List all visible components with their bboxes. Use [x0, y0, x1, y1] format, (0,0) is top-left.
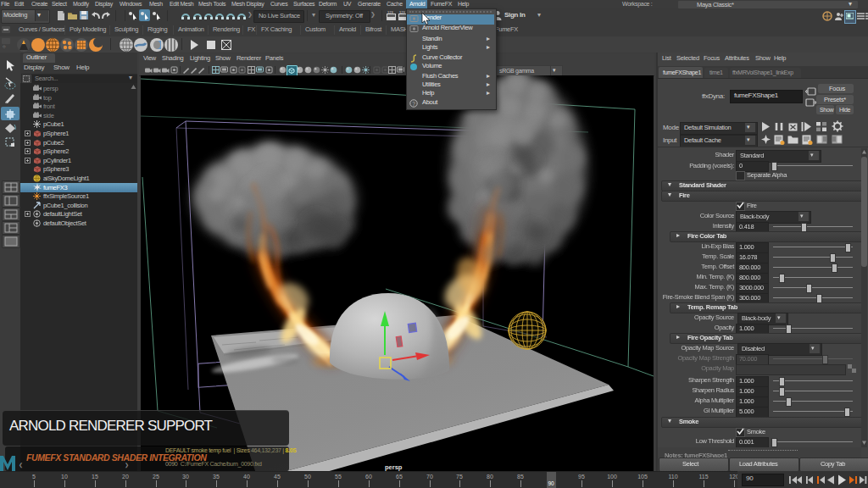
svg-text:110: 110: [668, 474, 677, 480]
svg-text:120: 120: [729, 474, 737, 480]
svg-text:123: 123: [387, 10, 393, 14]
svg-text:100: 100: [607, 474, 617, 480]
svg-text:70: 70: [426, 474, 433, 480]
svg-text:10: 10: [61, 474, 68, 480]
svg-text:90: 90: [548, 480, 554, 486]
svg-text:115: 115: [698, 474, 708, 480]
svg-text:35: 35: [213, 474, 220, 480]
svg-text:40: 40: [243, 474, 250, 480]
svg-text:85: 85: [517, 474, 524, 480]
svg-text:5: 5: [32, 474, 36, 480]
svg-text:15: 15: [92, 474, 98, 480]
svg-text:30: 30: [182, 474, 189, 480]
svg-text:123: 123: [399, 10, 405, 14]
svg-text:105: 105: [637, 474, 648, 480]
svg-text:20: 20: [122, 474, 129, 480]
svg-text:95: 95: [578, 474, 585, 480]
svg-text:55: 55: [335, 474, 342, 480]
svg-text:25: 25: [153, 474, 159, 480]
svg-text:75: 75: [456, 474, 463, 480]
svg-text:50: 50: [304, 474, 311, 480]
svg-text:?: ?: [412, 101, 415, 107]
svg-text:45: 45: [274, 474, 281, 480]
svg-text:persp: persp: [385, 463, 403, 471]
svg-text:80: 80: [487, 474, 493, 480]
svg-text:65: 65: [396, 474, 403, 480]
svg-text:60: 60: [365, 474, 372, 480]
